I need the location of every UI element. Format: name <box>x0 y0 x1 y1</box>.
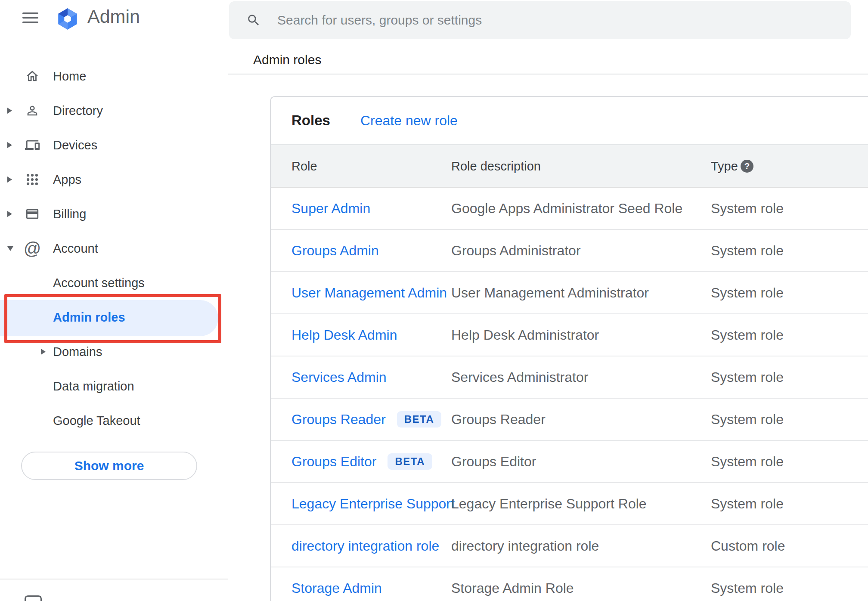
sidebar-item-account[interactable]: @ Account <box>0 231 228 266</box>
role-link[interactable]: Super Admin <box>291 201 370 217</box>
sidebar-item-apps[interactable]: Apps <box>0 162 228 197</box>
table-row: Groups Reader BETA Groups Reader System … <box>271 399 868 441</box>
sidebar-item-directory[interactable]: Directory <box>0 93 228 128</box>
sidebar-item-label: Admin roles <box>53 310 125 325</box>
page-title: Roles <box>291 112 330 129</box>
role-link[interactable]: Groups Admin <box>291 243 379 259</box>
person-icon <box>25 103 40 118</box>
role-link[interactable]: Legacy Enterprise Support <box>291 496 455 512</box>
search-icon[interactable] <box>246 13 261 28</box>
role-type: Custom role <box>711 538 785 554</box>
role-link[interactable]: Storage Admin <box>291 580 382 596</box>
help-icon[interactable]: ? <box>741 160 753 173</box>
roles-card: Roles Create new role Role Role descript… <box>270 96 868 601</box>
breadcrumb-divider <box>228 74 868 74</box>
sidebar-item-home[interactable]: Home <box>0 59 228 93</box>
sidebar-item-devices[interactable]: Devices <box>0 128 228 162</box>
sidebar-item-data-migration[interactable]: Data migration <box>0 369 228 403</box>
admin-logo-icon[interactable] <box>55 6 80 31</box>
table-row: Groups Editor BETA Groups Editor System … <box>271 441 868 483</box>
role-type: System role <box>711 496 784 512</box>
breadcrumb: Admin roles <box>253 53 321 67</box>
table-row: Super Admin Google Apps Administrator Se… <box>271 188 868 230</box>
role-description: Groups Editor <box>451 454 536 470</box>
role-type: System role <box>711 580 784 596</box>
sidebar-item-billing[interactable]: Billing <box>0 197 228 231</box>
sidebar-item-label: Account settings <box>53 276 145 290</box>
roles-card-header: Roles Create new role <box>271 97 868 144</box>
role-type: System role <box>711 285 784 301</box>
sidebar-item-label: Domains <box>53 345 102 359</box>
role-link[interactable]: Groups Editor <box>291 454 376 470</box>
role-description: Google Apps Administrator Seed Role <box>451 201 682 217</box>
table-row: Services Admin Services Administrator Sy… <box>271 356 868 399</box>
google-admin-console: Admin Home Directory Devices Apps Billin… <box>0 0 868 601</box>
app-title: Admin <box>87 6 140 27</box>
chevron-right-icon[interactable] <box>41 349 46 355</box>
table-row: Legacy Enterprise Support Legacy Enterpr… <box>271 483 868 525</box>
home-icon <box>25 68 40 84</box>
table-header: Role Role description Type ? <box>271 144 868 188</box>
role-description: User Management Administrator <box>451 285 649 301</box>
table-row: Storage Admin Storage Admin Role System … <box>271 567 868 601</box>
devices-icon <box>25 137 40 153</box>
role-link[interactable]: Help Desk Admin <box>291 327 397 343</box>
beta-badge: BETA <box>397 411 442 428</box>
role-description: Groups Reader <box>451 412 546 428</box>
table-row: Help Desk Admin Help Desk Administrator … <box>271 314 868 356</box>
table-row: directory integration role directory int… <box>271 525 868 567</box>
sidebar-item-label: Google Takeout <box>53 414 140 428</box>
role-description: Groups Administrator <box>451 243 581 259</box>
sidebar-item-domains[interactable]: Domains <box>0 335 228 369</box>
role-type: System role <box>711 454 784 470</box>
sidebar-item-label: Devices <box>53 138 97 152</box>
role-link[interactable]: Services Admin <box>291 369 387 385</box>
sidebar-item-label: Billing <box>53 207 86 221</box>
search-input[interactable]: Search for users, groups or settings <box>229 1 851 39</box>
chevron-right-icon[interactable] <box>7 211 12 217</box>
roles-table-body: Super Admin Google Apps Administrator Se… <box>271 188 868 601</box>
chevron-right-icon[interactable] <box>7 108 12 114</box>
show-more-button[interactable]: Show more <box>21 452 197 480</box>
role-description: Services Administrator <box>451 369 588 385</box>
search-placeholder: Search for users, groups or settings <box>277 13 482 28</box>
sidebar-item-label: Account <box>53 242 98 256</box>
role-description: Help Desk Administrator <box>451 327 599 343</box>
role-description: directory integration role <box>451 538 599 554</box>
column-header-type: Type <box>711 159 738 173</box>
sidebar-item-account-settings[interactable]: Account settings <box>0 266 228 300</box>
role-type: System role <box>711 369 784 385</box>
column-header-role: Role <box>291 159 317 173</box>
show-more-label: Show more <box>74 458 144 473</box>
payment-card-icon <box>25 206 40 222</box>
sidebar-item-label: Apps <box>53 173 81 187</box>
role-type: System role <box>711 412 784 428</box>
table-row: User Management Admin User Management Ad… <box>271 272 868 314</box>
role-link[interactable]: User Management Admin <box>291 285 447 301</box>
sidebar-item-admin-roles[interactable]: Admin roles <box>0 300 228 335</box>
role-type: System role <box>711 201 784 217</box>
sidebar-item-label: Home <box>53 69 86 84</box>
chevron-right-icon[interactable] <box>7 177 12 183</box>
sidebar-item-google-takeout[interactable]: Google Takeout <box>0 403 228 438</box>
at-sign-icon: @ <box>25 241 40 256</box>
sidebar-footer-icon[interactable] <box>25 595 42 601</box>
table-row: Groups Admin Groups Administrator System… <box>271 230 868 272</box>
sidebar-item-label: Data migration <box>53 379 134 393</box>
sidebar-item-label: Directory <box>53 104 103 118</box>
role-description: Storage Admin Role <box>451 580 574 596</box>
chevron-down-icon[interactable] <box>7 246 13 251</box>
role-type: System role <box>711 243 784 259</box>
hamburger-menu-icon[interactable] <box>22 12 38 23</box>
role-link[interactable]: directory integration role <box>291 538 439 554</box>
apps-grid-icon <box>25 172 40 187</box>
column-header-role-description: Role description <box>451 159 541 173</box>
chevron-right-icon[interactable] <box>7 142 12 148</box>
sidebar-bottom-divider <box>0 579 228 579</box>
role-link[interactable]: Groups Reader <box>291 412 386 428</box>
beta-badge: BETA <box>388 453 432 470</box>
create-new-role-link[interactable]: Create new role <box>360 113 458 129</box>
role-type: System role <box>711 327 784 343</box>
sidebar: Admin Home Directory Devices Apps Billin… <box>0 0 228 601</box>
role-description: Legacy Enterprise Support Role <box>451 496 647 512</box>
